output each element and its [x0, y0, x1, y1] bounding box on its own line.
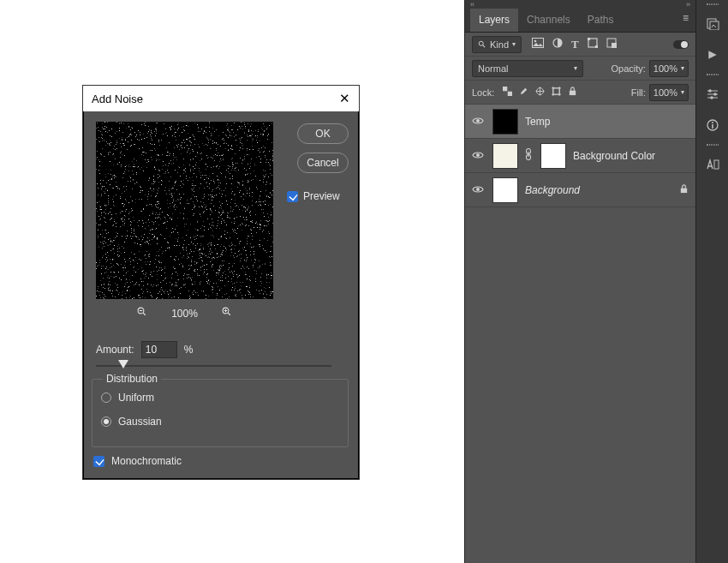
fill-input[interactable]: 100% ▾: [649, 84, 689, 101]
info-panel-icon[interactable]: [696, 110, 728, 141]
svg-line-8: [483, 45, 486, 47]
svg-line-1: [143, 313, 146, 315]
lock-transparency-icon[interactable]: [503, 87, 512, 98]
adjustments-panel-icon[interactable]: [696, 79, 728, 110]
grip-icon[interactable]: [696, 0, 728, 9]
slider-thumb-icon[interactable]: [118, 360, 128, 368]
shape-filter-icon[interactable]: [588, 38, 598, 51]
layer-name[interactable]: Temp: [525, 116, 550, 128]
tab-layers[interactable]: Layers: [470, 9, 518, 32]
svg-point-32: [476, 188, 480, 191]
grip-icon[interactable]: [696, 70, 728, 79]
lock-position-icon[interactable]: [535, 87, 545, 98]
pixel-filter-icon[interactable]: [532, 38, 544, 51]
lock-all-icon[interactable]: [568, 87, 577, 98]
gaussian-radio[interactable]: [101, 416, 111, 427]
smart-filter-icon[interactable]: [606, 38, 617, 51]
layer-row[interactable]: Background Color: [465, 139, 695, 173]
svg-point-27: [476, 119, 480, 123]
chevron-down-icon: ▾: [512, 40, 516, 48]
zoom-in-icon[interactable]: [222, 307, 232, 320]
collapsed-panel-strip: [695, 0, 728, 563]
layer-name[interactable]: Background: [525, 184, 580, 196]
tab-channels[interactable]: Channels: [518, 9, 579, 32]
lock-label: Lock:: [472, 87, 494, 98]
svg-rect-17: [503, 87, 508, 92]
svg-rect-45: [714, 160, 719, 169]
amount-slider[interactable]: [96, 362, 331, 374]
layer-thumbnail[interactable]: [492, 109, 518, 135]
layer-thumbnail[interactable]: [492, 177, 518, 203]
tab-paths-label: Paths: [588, 14, 614, 26]
filter-toggle[interactable]: [673, 40, 689, 49]
svg-point-39: [708, 89, 712, 93]
visibility-icon[interactable]: [472, 116, 486, 128]
history-panel-icon[interactable]: [696, 9, 728, 39]
cancel-label: Cancel: [307, 157, 338, 169]
fill-label: Fill:: [631, 87, 646, 98]
svg-line-4: [228, 313, 230, 315]
opacity-label: Opacity:: [612, 63, 646, 74]
chevron-down-icon: ▾: [574, 64, 577, 72]
preview-checkbox[interactable]: [287, 191, 298, 202]
svg-rect-13: [588, 38, 590, 40]
panel-top-strip: « »: [465, 0, 695, 9]
layers-panel: « » Layers Channels Paths ≡ Kind ▾ T: [464, 0, 695, 563]
chevron-down-icon: ▾: [681, 88, 684, 96]
uniform-radio[interactable]: [101, 392, 111, 403]
tab-paths[interactable]: Paths: [579, 9, 623, 32]
collapse-left-icon[interactable]: «: [470, 0, 474, 9]
svg-rect-33: [681, 188, 687, 193]
close-icon[interactable]: ✕: [339, 91, 350, 106]
visibility-icon[interactable]: [472, 184, 486, 196]
lock-pixels-icon[interactable]: [519, 87, 528, 98]
lock-icon: [679, 184, 689, 196]
link-icon[interactable]: [525, 148, 534, 163]
svg-rect-21: [553, 88, 559, 94]
monochromatic-checkbox[interactable]: [93, 456, 104, 467]
actions-panel-icon[interactable]: [696, 39, 728, 70]
svg-rect-14: [595, 45, 598, 48]
fill-value: 100%: [653, 87, 677, 98]
gaussian-label: Gaussian: [118, 416, 162, 428]
lock-artboard-icon[interactable]: [552, 87, 561, 98]
zoom-out-icon[interactable]: [137, 307, 147, 320]
opacity-input[interactable]: 100% ▾: [649, 60, 689, 77]
layer-thumbnail[interactable]: [492, 143, 518, 169]
panel-menu-icon[interactable]: ≡: [676, 9, 695, 32]
svg-rect-44: [712, 124, 713, 129]
mask-thumbnail[interactable]: [540, 143, 566, 169]
dialog-title: Add Noise: [92, 93, 143, 105]
chevron-down-icon: ▾: [681, 64, 684, 72]
collapse-right-icon[interactable]: »: [686, 0, 690, 9]
grip-icon[interactable]: [696, 141, 728, 149]
svg-rect-16: [612, 43, 617, 48]
layer-name[interactable]: Background Color: [573, 150, 655, 162]
cancel-button[interactable]: Cancel: [297, 153, 349, 173]
visibility-icon[interactable]: [472, 150, 486, 162]
svg-point-43: [712, 122, 713, 123]
distribution-group: Distribution Uniform Gaussian: [92, 379, 349, 447]
ok-button[interactable]: OK: [297, 123, 349, 144]
type-filter-icon[interactable]: T: [571, 38, 579, 51]
layer-kind-filter[interactable]: Kind ▾: [472, 36, 522, 53]
tab-channels-label: Channels: [527, 14, 570, 26]
distribution-legend: Distribution: [103, 373, 161, 385]
character-panel-icon[interactable]: [696, 149, 728, 180]
kind-label: Kind: [490, 39, 509, 50]
dialog-titlebar[interactable]: Add Noise ✕: [83, 86, 359, 111]
opacity-value: 100%: [653, 63, 677, 74]
blend-mode-select[interactable]: Normal ▾: [472, 60, 583, 77]
uniform-label: Uniform: [118, 392, 154, 404]
add-noise-dialog: Add Noise ✕ 100% OK Cancel Preview Amoun…: [82, 85, 360, 480]
svg-point-28: [476, 153, 480, 157]
preview-label: Preview: [303, 190, 340, 202]
amount-input[interactable]: [141, 341, 177, 358]
layer-row[interactable]: Temp: [465, 105, 695, 139]
blend-mode-label: Normal: [478, 63, 508, 74]
search-icon: [478, 40, 486, 49]
ok-label: OK: [315, 128, 330, 140]
layer-row[interactable]: Background: [465, 173, 695, 207]
adjustment-filter-icon[interactable]: [552, 38, 563, 51]
svg-point-7: [479, 41, 483, 45]
